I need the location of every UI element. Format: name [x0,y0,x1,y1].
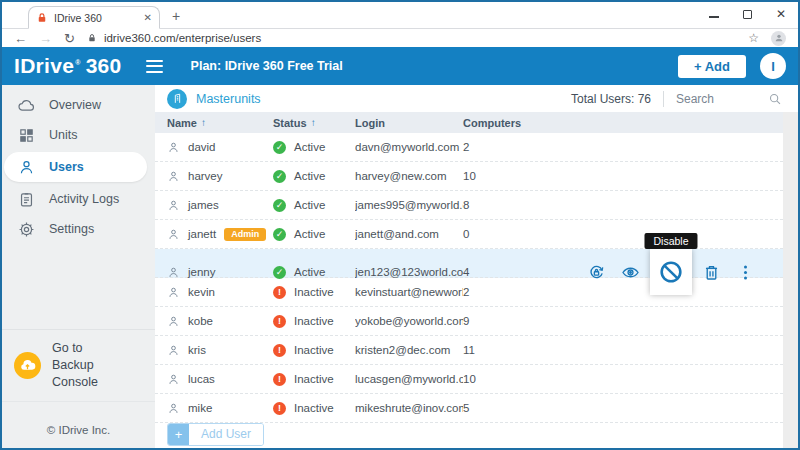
status-label: Active [294,228,325,240]
search-box [676,92,788,106]
status-label: Inactive [294,402,334,414]
tooltip: Disable [644,233,697,249]
url-bar[interactable]: idrive360.com/enterprise/users [87,32,736,44]
person-icon [167,199,180,212]
name-cell: mike [167,402,273,415]
login-email: james995@myworld.c... [355,199,463,211]
window-minimize-button[interactable] [709,16,719,18]
sidebar-item-units[interactable]: Units [2,120,155,150]
person-icon [167,315,180,328]
url-text: idrive360.com/enterprise/users [104,32,261,44]
window-maximize-button[interactable] [743,10,752,19]
sidebar-item-users[interactable]: Users [4,152,147,182]
delete-button[interactable] [702,263,721,282]
new-tab-button[interactable]: + [172,8,180,24]
table-row[interactable]: lucas ! Inactive lucasgen@myworld.com 10 [155,365,783,394]
add-button[interactable]: + Add [678,55,746,78]
person-icon [167,228,180,241]
column-header-login[interactable]: Login [355,117,463,129]
login-email: jen123@123world.com [355,266,463,278]
units-icon [18,127,35,144]
sidebar-item-label: Units [49,128,77,142]
add-user-button[interactable]: + Add User [167,423,264,446]
computers-count: 9 [463,315,535,327]
reload-button[interactable]: ↻ [64,32,75,45]
person-icon [167,141,180,154]
login-email: yokobe@yoworld.com [355,315,463,327]
table-row[interactable]: david ✓ Active davn@myworld.com 2 [155,133,783,162]
user-name: david [188,141,216,153]
name-cell: harvey [167,170,273,183]
tab-close-icon[interactable]: ✕ [144,12,152,23]
person-icon [167,286,180,299]
column-header-status[interactable]: Status↑ [273,117,355,129]
user-name: kevin [188,286,215,298]
group-name: Masterunits [196,92,261,106]
bookmark-star-icon[interactable]: ☆ [748,31,759,45]
sidebar-item-overview[interactable]: Overview [2,90,155,120]
app-header: IDrive®360 Plan: IDrive 360 Free Trial +… [2,47,798,85]
login-email: harvey@new.com [355,170,463,182]
table-row[interactable]: kobe ! Inactive yokobe@yoworld.com 9 [155,307,783,336]
user-name: lucas [188,373,215,385]
back-button[interactable]: ← [14,32,27,45]
status-label: Inactive [294,373,334,385]
more-options-button[interactable] [736,263,755,282]
tab-title: IDrive 360 [54,12,138,24]
status-cell: ! Inactive [273,373,355,386]
user-icon [18,159,35,176]
status-label: Inactive [294,315,334,327]
status-label: Active [294,170,325,182]
view-button[interactable] [621,263,640,282]
settings-icon [18,221,35,238]
table-row[interactable]: james ✓ Active james995@myworld.c... 8 [155,191,783,220]
account-avatar[interactable]: I [760,53,786,79]
column-header-name[interactable]: Name↑ [167,117,273,129]
row-actions [535,162,783,190]
computers-count: 5 [463,402,535,414]
cloud-icon [18,97,35,114]
disable-button[interactable] [658,259,684,285]
search-input[interactable] [676,92,764,106]
forward-button[interactable]: → [39,32,52,45]
status-cell: ! Inactive [273,344,355,357]
computers-count: 2 [463,286,535,298]
sidebar: Overview Units Users Activity Logs Setti… [2,85,155,448]
hamburger-menu-icon[interactable] [146,60,163,73]
toolbar: Masterunits Total Users: 76 [155,85,798,112]
scrollbar-track[interactable] [783,112,798,448]
go-to-backup-console-button[interactable]: Go toBackup Console [2,329,155,402]
login-email: lucasgen@myworld.com [355,373,463,385]
computers-count: 2 [463,141,535,153]
registered-mark: ® [75,59,80,66]
sidebar-item-activity-logs[interactable]: Activity Logs [2,184,155,214]
name-cell: jenny [167,266,273,279]
status-label: Active [294,199,325,211]
browser-tab[interactable]: IDrive 360 ✕ [28,6,160,29]
person-icon [167,373,180,386]
plan-label: Plan: IDrive 360 Free Trial [191,59,343,73]
reset-password-icon [587,263,606,282]
sidebar-item-settings[interactable]: Settings [2,214,155,244]
status-icon: ! [273,402,286,415]
user-name: kobe [188,315,213,327]
column-header-computers[interactable]: Computers [463,117,535,129]
user-name: james [188,199,219,211]
table-row[interactable]: mike ! Inactive mikeshrute@inov.com 5 [155,394,783,423]
computers-count: 0 [463,228,535,240]
search-icon[interactable] [768,92,782,106]
window-close-button[interactable]: ✕ [776,8,786,20]
status-cell: ! Inactive [273,286,355,299]
table-row[interactable]: harvey ✓ Active harvey@new.com 10 [155,162,783,191]
status-icon: ✓ [273,266,286,279]
logo-suffix: 360 [86,54,122,78]
reset-password-button[interactable] [587,263,606,282]
row-actions [535,365,783,393]
browser-profile-icon[interactable] [771,31,786,46]
browser-window: IDrive 360 ✕ + ✕ ← → ↻ idrive360.com/ent… [0,0,800,450]
table-row[interactable]: kris ! Inactive kristen2@dec.com 11 [155,336,783,365]
name-cell: kris [167,344,273,357]
row-actions [535,394,783,422]
divider [663,91,664,107]
table-row[interactable]: jenny ✓ Active jen123@123world.com 4 Dis… [155,249,783,278]
